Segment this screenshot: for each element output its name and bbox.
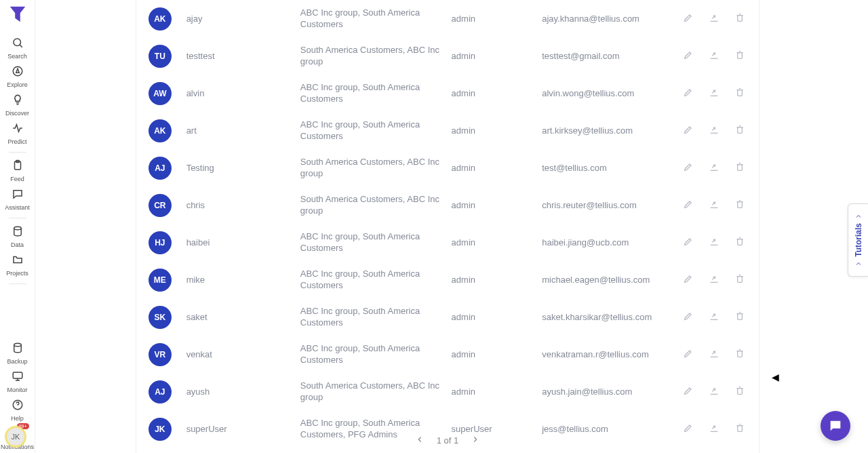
nav-predict[interactable]: Predict <box>1 119 35 148</box>
user-avatar: CR <box>149 194 172 217</box>
edit-button[interactable] <box>683 273 694 287</box>
nav-label: Backup <box>7 358 27 365</box>
table-row: AJTestingSouth America Customers, ABC In… <box>136 149 759 186</box>
current-user-avatar[interactable]: JK <box>5 426 26 448</box>
share-button[interactable] <box>709 348 719 361</box>
delete-button[interactable] <box>734 87 745 100</box>
chevron-up-icon <box>854 212 863 220</box>
prev-page-button[interactable] <box>415 435 425 446</box>
user-role: superUser <box>452 424 542 434</box>
chevron-up-icon <box>854 260 863 268</box>
user-groups: ABC Inc group, South America Customers <box>300 82 452 104</box>
share-button[interactable] <box>709 161 719 175</box>
user-avatar: AW <box>149 82 172 105</box>
pagination: 1 of 1 <box>136 435 759 446</box>
pulse-icon <box>12 122 24 137</box>
user-avatar: AK <box>149 7 172 31</box>
edit-button[interactable] <box>683 236 694 250</box>
user-role: admin <box>452 387 542 397</box>
delete-button[interactable] <box>734 12 745 26</box>
user-avatar: SK <box>149 306 172 329</box>
share-button[interactable] <box>709 87 719 100</box>
next-page-button[interactable] <box>471 435 480 446</box>
nav-data[interactable]: Data <box>1 222 35 251</box>
edit-button[interactable] <box>683 161 694 175</box>
delete-button[interactable] <box>734 348 745 361</box>
delete-button[interactable] <box>734 199 745 212</box>
sidebar: SearchExploreDiscoverPredict FeedAssista… <box>0 0 35 453</box>
row-actions <box>683 161 752 175</box>
share-button[interactable] <box>709 311 719 324</box>
help-icon <box>12 399 24 414</box>
table-row: VRvenkatABC Inc group, South America Cus… <box>136 336 759 373</box>
user-email: michael.eagen@tellius.com <box>542 275 683 285</box>
nav-discover[interactable]: Discover <box>1 91 35 119</box>
edit-button[interactable] <box>683 385 694 399</box>
delete-button[interactable] <box>734 422 745 436</box>
share-button[interactable] <box>709 124 719 138</box>
share-button[interactable] <box>709 50 719 63</box>
edit-button[interactable] <box>683 348 694 361</box>
bulb-icon <box>12 94 24 109</box>
nav-backup[interactable]: Backup <box>1 339 35 368</box>
nav-search[interactable]: Search <box>1 34 35 62</box>
user-avatar: TU <box>149 45 172 68</box>
edit-button[interactable] <box>683 50 694 63</box>
delete-button[interactable] <box>734 236 745 250</box>
share-button[interactable] <box>709 422 719 436</box>
user-name: mike <box>186 275 300 285</box>
share-button[interactable] <box>709 199 719 212</box>
nav-projects[interactable]: Projects <box>1 251 35 279</box>
chat-icon <box>12 188 24 203</box>
user-name: haibei <box>186 237 300 248</box>
user-role: admin <box>452 237 542 248</box>
svg-rect-23 <box>738 388 743 394</box>
share-button[interactable] <box>709 385 719 399</box>
edit-button[interactable] <box>683 124 694 138</box>
delete-button[interactable] <box>734 161 745 175</box>
nav-help[interactable]: Help <box>1 396 35 425</box>
nav-monitor[interactable]: Monitor <box>1 368 35 396</box>
svg-rect-16 <box>738 127 743 133</box>
nav-explore[interactable]: Explore <box>1 62 35 91</box>
row-actions <box>683 199 752 212</box>
edit-button[interactable] <box>683 311 694 324</box>
svg-marker-3 <box>16 68 19 73</box>
nav-feed[interactable]: Feed <box>1 157 35 185</box>
nav-separator <box>9 218 26 218</box>
edit-button[interactable] <box>683 12 694 26</box>
delete-button[interactable] <box>734 311 745 324</box>
edit-button[interactable] <box>683 422 694 436</box>
svg-point-0 <box>14 39 21 46</box>
delete-button[interactable] <box>734 385 745 399</box>
row-actions <box>683 348 752 361</box>
row-actions <box>683 87 752 100</box>
user-name: ajay <box>186 14 300 24</box>
share-button[interactable] <box>709 236 719 250</box>
tutorials-tab[interactable]: Tutorials <box>848 203 868 277</box>
clipboard-icon <box>12 159 24 174</box>
delete-button[interactable] <box>734 50 745 63</box>
row-actions <box>683 12 752 26</box>
share-button[interactable] <box>709 273 719 287</box>
edit-button[interactable] <box>683 87 694 100</box>
user-email: chris.reuter@tellius.com <box>542 200 683 210</box>
user-groups: ABC Inc group, South America Customers <box>300 119 452 142</box>
edit-button[interactable] <box>683 199 694 212</box>
row-actions <box>683 273 752 287</box>
user-groups: South America Customers, ABC Inc group <box>300 45 452 67</box>
delete-button[interactable] <box>734 273 745 287</box>
user-avatar: AJ <box>149 157 172 180</box>
cursor-indicator: ◀ <box>772 372 779 382</box>
user-name: alvin <box>186 88 300 98</box>
user-email: ajay.khanna@tellius.com <box>542 14 683 24</box>
nav-assistant[interactable]: Assistant <box>1 185 35 214</box>
chat-launcher[interactable] <box>821 411 850 441</box>
user-avatar: AJ <box>149 380 172 403</box>
user-name: art <box>186 125 300 136</box>
delete-button[interactable] <box>734 124 745 138</box>
user-email: jess@tellius.com <box>542 424 683 434</box>
user-name: chris <box>186 200 300 210</box>
share-button[interactable] <box>709 12 719 26</box>
user-name: testtest <box>186 51 300 61</box>
